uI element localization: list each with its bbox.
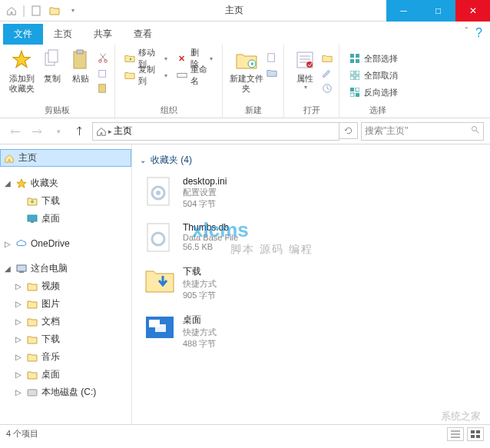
paste-button[interactable]: 粘贴 (68, 48, 93, 84)
rename-button[interactable]: 重命名 (174, 68, 216, 83)
ribbon-collapse-icon[interactable]: ˆ (465, 26, 468, 40)
copy-label: 复制 (44, 74, 61, 84)
tree-downloads[interactable]: 下载 (0, 192, 131, 210)
tree-downloads2[interactable]: ▷下载 (0, 330, 131, 348)
folder-icon (26, 334, 38, 346)
svg-point-14 (306, 61, 313, 68)
tab-home[interactable]: 主页 (43, 24, 83, 45)
minimize-button[interactable]: ─ (386, 0, 421, 22)
list-item[interactable]: 桌面 快捷方式 488 字节 (140, 310, 482, 359)
copy-icon (40, 48, 65, 72)
qat-dropdown-icon[interactable]: ▾ (65, 2, 81, 19)
group-header-favorites[interactable]: ⌄收藏夹 (4) (140, 151, 482, 173)
qat-newdoc-icon[interactable] (28, 2, 45, 19)
expander-icon[interactable]: ▷ (14, 370, 23, 379)
view-details-button[interactable] (447, 427, 464, 441)
tree-documents[interactable]: ▷文档 (0, 313, 131, 330)
copy-to-button[interactable]: 复制到▾ (121, 68, 171, 83)
new-folder-icon: ✦ (234, 48, 259, 72)
chevron-right-icon[interactable]: ▸ (108, 128, 112, 135)
tree-onedrive[interactable]: ▷OneDrive (0, 235, 131, 252)
pin-to-favorites-button[interactable]: 添加到收藏夹 (6, 48, 37, 94)
copy-button[interactable]: 复制 (40, 48, 65, 84)
file-type: 配置设置 (183, 187, 227, 198)
history-icon[interactable] (322, 83, 333, 97)
list-item[interactable]: Thumbs.db Data Base File 56.5 KB (140, 219, 482, 262)
edit-icon[interactable] (322, 68, 333, 81)
tree-pictures[interactable]: ▷图片 (0, 295, 131, 313)
select-none-button[interactable]: 全部取消 (346, 68, 401, 83)
file-size: 488 字节 (183, 338, 217, 350)
copy-path-icon[interactable] (98, 68, 108, 81)
tree-favorites[interactable]: ◢收藏夹 (0, 174, 131, 192)
tree-music[interactable]: ▷音乐 (0, 348, 131, 366)
nav-forward-button[interactable]: 🡒 (28, 122, 46, 141)
view-icons-button[interactable] (467, 427, 484, 441)
expander-icon[interactable]: ▷ (14, 388, 23, 397)
select-all-button[interactable]: 全部选择 (346, 51, 401, 66)
tab-file[interactable]: 文件 (3, 24, 43, 45)
folder-icon (26, 316, 38, 328)
svg-rect-42 (471, 430, 475, 433)
list-item[interactable]: 下载 快捷方式 905 字节 (140, 262, 482, 310)
properties-button[interactable]: 属性▾ (290, 48, 319, 91)
chevron-down-icon[interactable]: ⌄ (140, 156, 146, 164)
folder-icon (26, 280, 38, 293)
disk-icon (26, 387, 38, 399)
expander-icon[interactable]: ◢ (3, 179, 12, 187)
svg-rect-7 (99, 71, 106, 78)
home-icon (3, 152, 15, 164)
nav-back-button[interactable]: 🡐 (6, 122, 25, 141)
search-icon (471, 125, 480, 137)
svg-rect-24 (350, 88, 354, 91)
expander-icon[interactable]: ▷ (14, 317, 23, 326)
tree-desktop2[interactable]: ▷桌面 (0, 366, 131, 383)
tree-thispc[interactable]: ◢这台电脑 (0, 260, 131, 277)
file-list[interactable]: ⌄收藏夹 (4) desktop.ini 配置设置 504 字节 Thumbs.… (132, 144, 490, 424)
new-folder-button[interactable]: ✦ 新建文件夹 (229, 48, 263, 94)
open-group-label: 打开 (290, 103, 333, 116)
tab-view[interactable]: 查看 (123, 24, 163, 45)
tree-videos[interactable]: ▷视频 (0, 277, 131, 295)
nav-recent-dropdown[interactable]: ▾ (49, 122, 68, 141)
expander-icon[interactable]: ▷ (14, 335, 23, 343)
help-icon[interactable]: ? (475, 26, 482, 40)
expander-icon[interactable]: ◢ (3, 264, 12, 273)
svg-rect-22 (350, 76, 354, 80)
svg-rect-8 (99, 85, 106, 93)
tree-localdisk[interactable]: ▷本地磁盘 (C:) (0, 383, 131, 401)
expander-icon[interactable]: ▷ (3, 240, 12, 248)
select-all-icon (349, 52, 361, 65)
tab-share[interactable]: 共享 (83, 24, 123, 45)
list-item[interactable]: desktop.ini 配置设置 504 字节 (140, 173, 482, 219)
expander-icon[interactable]: ▷ (14, 353, 23, 361)
expander-icon[interactable]: ▷ (14, 282, 23, 290)
search-placeholder: 搜索"主页" (365, 124, 409, 138)
svg-rect-17 (356, 54, 359, 58)
desktop-icon (26, 213, 38, 225)
breadcrumb-home-icon[interactable] (96, 126, 107, 137)
tree-home[interactable]: 主页 (0, 149, 131, 167)
file-size: 504 字节 (183, 198, 227, 210)
open-icon[interactable] (322, 52, 333, 66)
expander-icon[interactable]: ▷ (14, 300, 23, 308)
svg-rect-32 (19, 271, 24, 273)
paste-shortcut-icon[interactable] (98, 83, 108, 97)
cut-icon[interactable] (98, 52, 108, 66)
breadcrumb-root[interactable]: 主页 (114, 124, 132, 138)
easy-access-icon[interactable] (267, 68, 277, 81)
invert-selection-button[interactable]: 反向选择 (346, 85, 401, 100)
tree-desktop[interactable]: 桌面 (0, 210, 131, 227)
nav-up-button[interactable]: 🡑 (71, 122, 89, 141)
new-item-icon[interactable] (267, 52, 277, 66)
refresh-button[interactable] (339, 122, 358, 139)
maximize-button[interactable]: □ (421, 0, 455, 22)
navigation-tree[interactable]: 主页 ◢收藏夹 下载 桌面 ▷OneDrive ◢这台电脑 ▷视频 ▷图片 ▷文… (0, 144, 132, 424)
close-button[interactable]: ✕ (455, 0, 490, 22)
qat-folder-icon[interactable] (46, 2, 63, 19)
file-name: 下载 (183, 265, 217, 278)
svg-rect-31 (17, 265, 26, 271)
breadcrumb[interactable]: ▸ 主页 (92, 122, 339, 141)
qat-home-icon[interactable] (3, 2, 20, 19)
search-input[interactable]: 搜索"主页" (361, 122, 484, 141)
